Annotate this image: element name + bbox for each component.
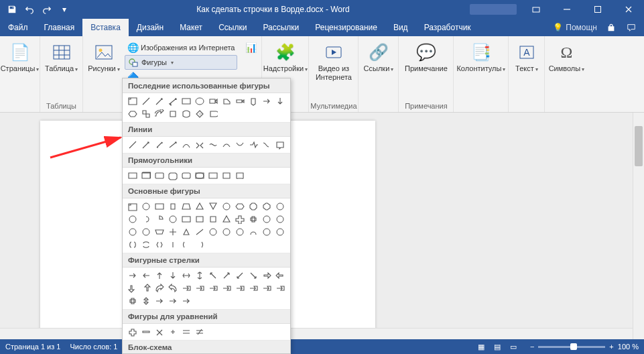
shape-basic-7[interactable] — [220, 200, 233, 213]
shape-basic-34[interactable] — [260, 226, 273, 238]
shape-arrow-30[interactable] — [153, 295, 166, 307]
shape-basic-18[interactable] — [206, 213, 219, 225]
shape-recent-14[interactable] — [153, 108, 166, 120]
shape-arrow-17[interactable] — [193, 282, 206, 294]
shape-line-5[interactable] — [193, 139, 206, 151]
shape-arrow-21[interactable] — [247, 282, 259, 294]
shape-basic-4[interactable] — [180, 200, 192, 213]
shape-basic-1[interactable] — [139, 200, 152, 213]
shape-basic-31[interactable] — [220, 226, 233, 238]
tab-layout[interactable]: Макет — [172, 19, 210, 36]
shape-arrow-23[interactable] — [273, 282, 286, 294]
shape-basic-27[interactable] — [166, 226, 179, 238]
shape-arrow-7[interactable] — [220, 270, 233, 282]
tab-view[interactable]: Вид — [385, 19, 416, 36]
shape-recent-16[interactable] — [180, 108, 192, 120]
minimize-button[interactable] — [552, 0, 582, 19]
shape-basic-33[interactable] — [247, 226, 259, 238]
table-button[interactable]: Таблица — [42, 40, 81, 74]
undo-button[interactable] — [21, 1, 38, 17]
view-print[interactable]: ▤ — [490, 341, 505, 353]
shape-basic-9[interactable] — [247, 200, 259, 213]
shape-arrow-16[interactable] — [180, 282, 192, 294]
tab-home[interactable]: Главная — [36, 19, 83, 36]
shape-eq-0[interactable] — [126, 326, 139, 338]
shape-arrow-0[interactable] — [126, 270, 139, 282]
shape-arrow-4[interactable] — [180, 270, 192, 282]
shape-recent-15[interactable] — [166, 108, 179, 120]
header-footer-button[interactable]: 📑Колонтитулы — [456, 40, 507, 74]
shape-arrow-10[interactable] — [260, 270, 273, 282]
shape-rect-8[interactable] — [233, 170, 246, 182]
shape-basic-17[interactable] — [193, 213, 206, 225]
account-placeholder[interactable] — [470, 4, 517, 15]
shape-basic-32[interactable] — [233, 226, 246, 238]
share-button[interactable] — [605, 21, 617, 34]
ribbon-display-button[interactable] — [521, 0, 552, 19]
shape-basic-39[interactable] — [166, 239, 179, 251]
shape-recent-0[interactable] — [126, 95, 139, 107]
shape-eq-2[interactable] — [153, 326, 166, 338]
shape-basic-8[interactable] — [233, 200, 246, 213]
qat-customize-button[interactable]: ▾ — [56, 1, 72, 17]
zoom-level[interactable]: 100 % — [618, 343, 639, 351]
shapes-button[interactable]: Фигуры — [125, 55, 237, 70]
shape-rect-2[interactable] — [153, 170, 166, 182]
shape-arrow-32[interactable] — [180, 295, 192, 307]
shape-line-6[interactable] — [206, 139, 219, 151]
online-video-button[interactable]: Видео из Интернета — [314, 40, 353, 82]
scrollbar-thumb[interactable] — [635, 126, 643, 166]
tab-references[interactable]: Ссылки — [210, 19, 255, 36]
shape-basic-19[interactable] — [220, 213, 233, 225]
chart-button[interactable]: 📊 — [243, 40, 259, 55]
text-button[interactable]: AТекст — [511, 40, 543, 74]
horizontal-scrollbar[interactable] — [0, 328, 633, 339]
shape-eq-5[interactable] — [193, 326, 206, 338]
shape-basic-40[interactable] — [180, 239, 192, 251]
redo-button[interactable] — [39, 1, 55, 17]
shape-eq-3[interactable] — [166, 326, 179, 338]
shape-arrow-15[interactable] — [166, 282, 179, 294]
shape-recent-9[interactable] — [247, 95, 259, 107]
shape-line-9[interactable] — [247, 139, 259, 151]
shape-basic-0[interactable] — [126, 200, 139, 213]
shape-basic-13[interactable] — [139, 213, 152, 225]
shape-line-7[interactable] — [220, 139, 233, 151]
shape-recent-1[interactable] — [139, 95, 152, 107]
vertical-scrollbar[interactable] — [633, 113, 644, 339]
shape-line-11[interactable] — [273, 139, 286, 151]
tell-me[interactable]: 💡Помощн — [553, 23, 597, 32]
shape-rect-1[interactable] — [139, 170, 152, 182]
shape-recent-2[interactable] — [153, 95, 166, 107]
shape-arrow-13[interactable] — [139, 282, 152, 294]
zoom-in-button[interactable]: + — [609, 343, 613, 351]
shape-rect-4[interactable] — [180, 170, 192, 182]
shape-line-3[interactable] — [166, 139, 179, 151]
zoom-out-button[interactable]: − — [530, 343, 534, 351]
tab-review[interactable]: Рецензирование — [307, 19, 385, 36]
shape-basic-10[interactable] — [260, 200, 273, 213]
shape-basic-29[interactable] — [193, 226, 206, 238]
shape-rect-5[interactable] — [193, 170, 206, 182]
shape-basic-25[interactable] — [139, 226, 152, 238]
shape-basic-12[interactable] — [126, 213, 139, 225]
shape-basic-11[interactable] — [273, 200, 286, 213]
shape-recent-18[interactable] — [206, 108, 219, 120]
shape-basic-30[interactable] — [206, 226, 219, 238]
save-button[interactable] — [4, 1, 20, 17]
shape-arrow-19[interactable] — [220, 282, 233, 294]
shape-basic-41[interactable] — [193, 239, 206, 251]
shape-basic-2[interactable] — [153, 200, 166, 213]
shape-basic-6[interactable] — [206, 200, 219, 213]
tab-design[interactable]: Дизайн — [129, 19, 172, 36]
close-button[interactable] — [613, 0, 644, 19]
zoom-knob[interactable] — [570, 343, 577, 350]
shape-line-1[interactable] — [139, 139, 152, 151]
shape-recent-7[interactable] — [220, 95, 233, 107]
comments-pane-button[interactable] — [625, 21, 637, 34]
shape-recent-6[interactable] — [206, 95, 219, 107]
shape-arrow-1[interactable] — [139, 270, 152, 282]
shape-basic-15[interactable] — [166, 213, 179, 225]
shape-recent-13[interactable] — [139, 108, 152, 120]
shape-line-0[interactable] — [126, 139, 139, 151]
